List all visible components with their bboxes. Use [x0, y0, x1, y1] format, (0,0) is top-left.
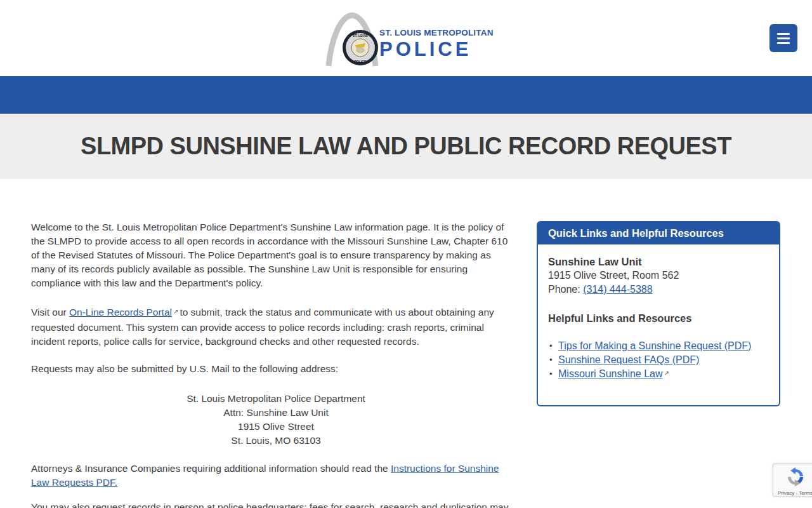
list-item: Missouri Sunshine Law↗	[548, 367, 769, 382]
list-item: Tips for Making a Sunshine Request (PDF)	[548, 339, 769, 353]
sidebar-title: Quick Links and Helpful Resources	[538, 222, 779, 244]
page-title-band: SLMPD SUNSHINE LAW AND PUBLIC RECORD REQ…	[0, 114, 812, 179]
list-item: Sunshine Request FAQs (PDF)	[548, 353, 769, 367]
hamburger-menu-button[interactable]	[769, 24, 797, 52]
unit-address: 1915 Olive Street, Room 562	[548, 269, 769, 283]
quick-links-sidebar: Quick Links and Helpful Resources Sunshi…	[537, 221, 780, 406]
mailing-address-block: St. Louis Metropolitan Police Department…	[31, 392, 521, 448]
recaptcha-icon	[785, 467, 806, 487]
clipped-paragraph: You may also request records in person a…	[31, 500, 512, 508]
external-link-icon: ↗	[664, 366, 669, 380]
missouri-sunshine-law-link[interactable]: Missouri Sunshine Law	[558, 368, 663, 379]
sunshine-request-faqs-link[interactable]: Sunshine Request FAQs (PDF)	[558, 354, 699, 365]
address-line: 1915 Olive Street	[31, 420, 521, 434]
svg-text:ST. LOUIS: ST. LOUIS	[353, 34, 369, 37]
police-badge-icon: ST. LOUIS POLICE	[341, 28, 379, 67]
portal-paragraph: Visit our On-Line Records Portal↗to subm…	[31, 305, 512, 349]
recaptcha-privacy-terms[interactable]: Privacy - Terms	[773, 490, 812, 496]
helpful-links-list: Tips for Making a Sunshine Request (PDF)…	[548, 339, 769, 382]
logo-text-line2: POLICE	[379, 38, 488, 61]
mail-intro-paragraph: Requests may also be submitted by U.S. M…	[31, 362, 512, 376]
slmpd-logo[interactable]: ST. LOUIS POLICE ST. LOUIS METROPOLITAN …	[325, 9, 490, 67]
unit-phone: Phone: (314) 444-5388	[548, 283, 769, 297]
tips-sunshine-request-link[interactable]: Tips for Making a Sunshine Request (PDF)	[558, 340, 751, 351]
address-line: Attn: Sunshine Law Unit	[31, 406, 521, 420]
logo-text-line1: ST. LOUIS METROPOLITAN	[379, 28, 488, 37]
helpful-links-heading: Helpful Links and Resources	[548, 311, 769, 325]
search-band	[0, 76, 812, 114]
address-line: St. Louis Metropolitan Police Department	[31, 392, 521, 406]
intro-paragraph: Welcome to the St. Louis Metropolitan Po…	[31, 220, 512, 290]
site-header: ST. LOUIS POLICE ST. LOUIS METROPOLITAN …	[0, 0, 812, 76]
address-line: St. Louis, MO 63103	[31, 434, 521, 448]
page-title: SLMPD SUNSHINE LAW AND PUBLIC RECORD REQ…	[81, 133, 731, 160]
hamburger-icon	[777, 33, 790, 35]
attorneys-paragraph: Attorneys & Insurance Companies requirin…	[31, 462, 512, 490]
online-records-portal-link[interactable]: On-Line Records Portal	[69, 307, 172, 318]
svg-text:POLICE: POLICE	[355, 60, 367, 64]
sunshine-law-unit-heading: Sunshine Law Unit	[548, 255, 769, 269]
phone-link[interactable]: (314) 444-5388	[583, 284, 652, 295]
external-link-icon: ↗	[173, 305, 178, 319]
recaptcha-badge[interactable]: Privacy - Terms	[773, 464, 812, 497]
